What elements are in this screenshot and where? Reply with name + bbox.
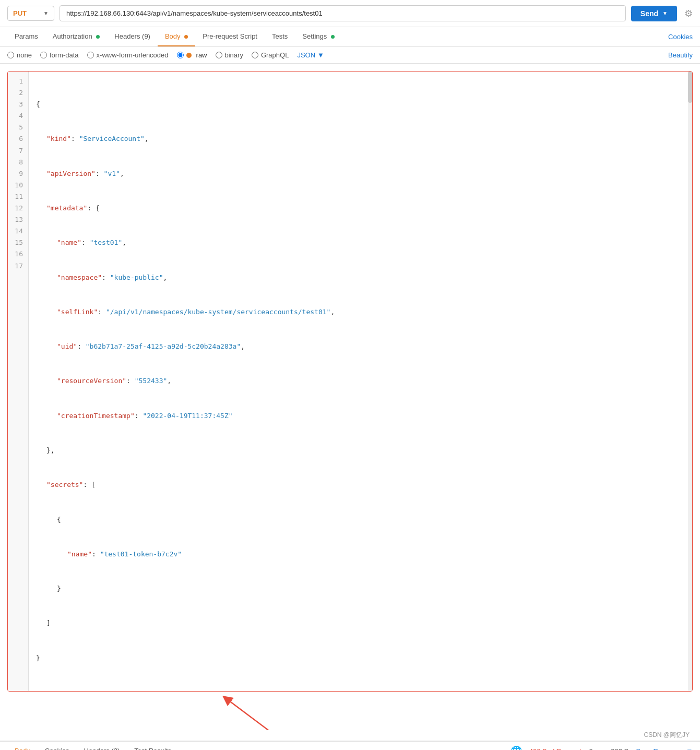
beautify-button[interactable]: Beautify (668, 51, 693, 59)
tab-body[interactable]: Body (158, 27, 195, 46)
tab-headers[interactable]: Headers (9) (107, 27, 158, 46)
raw-dot (186, 53, 192, 58)
request-tabs-row: Params Authorization Headers (9) Body Pr… (0, 27, 700, 47)
settings-icon[interactable]: ⚙ (684, 8, 693, 19)
tab-pre-request[interactable]: Pre-request Script (195, 27, 265, 46)
body-type-urlencoded[interactable]: x-www-form-urlencoded (87, 51, 169, 59)
method-chevron-icon: ▼ (43, 10, 49, 16)
code-area: 1 2 3 4 5 6 7 8 9 10 11 12 13 14 15 16 1… (8, 72, 692, 691)
tab-tests[interactable]: Tests (265, 27, 295, 46)
svg-line-0 (227, 699, 268, 730)
body-type-raw[interactable]: raw (177, 51, 207, 59)
url-input[interactable] (60, 5, 626, 21)
save-response-button[interactable]: Save Response ▼ (636, 747, 693, 750)
response-tab-test-results[interactable]: Test Results (127, 742, 179, 750)
response-tab-body[interactable]: Body (7, 742, 38, 750)
json-chevron-icon: ▼ (317, 51, 324, 59)
body-type-graphql[interactable]: GraphQL (252, 51, 289, 59)
body-dot (184, 35, 188, 39)
top-bar: PUT ▼ Send ▼ ⚙ (0, 0, 700, 27)
cookies-link[interactable]: Cookies (668, 33, 693, 41)
send-button[interactable]: Send ▼ (631, 6, 677, 21)
tab-settings[interactable]: Settings (295, 27, 342, 46)
response-section: Body Cookies Headers (3) Test Results 🌐 … (0, 741, 700, 750)
authorization-dot (96, 35, 100, 39)
send-chevron-icon: ▼ (662, 10, 668, 16)
response-time: 6 ms (589, 747, 603, 750)
save-response-label: Save Response (636, 747, 684, 750)
settings-dot (331, 35, 335, 39)
scrollbar-thumb (688, 72, 692, 103)
arrow1-svg (185, 694, 289, 730)
json-label: JSON (297, 51, 315, 59)
send-label: Send (640, 9, 658, 18)
response-tabs-row: Body Cookies Headers (3) Test Results 🌐 … (0, 742, 700, 750)
tab-authorization[interactable]: Authorization (45, 27, 108, 46)
body-type-none[interactable]: none (7, 51, 32, 59)
body-type-row: none form-data x-www-form-urlencoded raw… (0, 47, 700, 64)
response-status-area: 🌐 400 Bad Request 6 ms 332 B Save Respon… (511, 745, 693, 750)
body-type-form-data[interactable]: form-data (40, 51, 79, 59)
globe-icon: 🌐 (511, 745, 522, 750)
request-body-editor: 1 2 3 4 5 6 7 8 9 10 11 12 13 14 15 16 1… (7, 71, 693, 692)
arrow1-container (7, 699, 693, 735)
request-code-content[interactable]: { "kind": "ServiceAccount", "apiVersion"… (29, 72, 692, 691)
watermark: CSDN @阿忆JY (644, 731, 690, 740)
json-format-select[interactable]: JSON ▼ (297, 51, 324, 59)
tab-params[interactable]: Params (7, 27, 45, 46)
save-chevron-icon: ▼ (686, 747, 693, 750)
body-type-binary[interactable]: binary (216, 51, 243, 59)
line-numbers: 1 2 3 4 5 6 7 8 9 10 11 12 13 14 15 16 1… (8, 72, 29, 691)
method-label: PUT (13, 9, 27, 17)
scrollbar-vertical[interactable] (688, 72, 692, 691)
response-tab-cookies[interactable]: Cookies (38, 742, 77, 750)
response-size: 332 B (611, 747, 628, 750)
status-badge: 400 Bad Request (529, 747, 582, 750)
response-tab-headers[interactable]: Headers (3) (77, 742, 127, 750)
method-select[interactable]: PUT ▼ (7, 6, 54, 21)
